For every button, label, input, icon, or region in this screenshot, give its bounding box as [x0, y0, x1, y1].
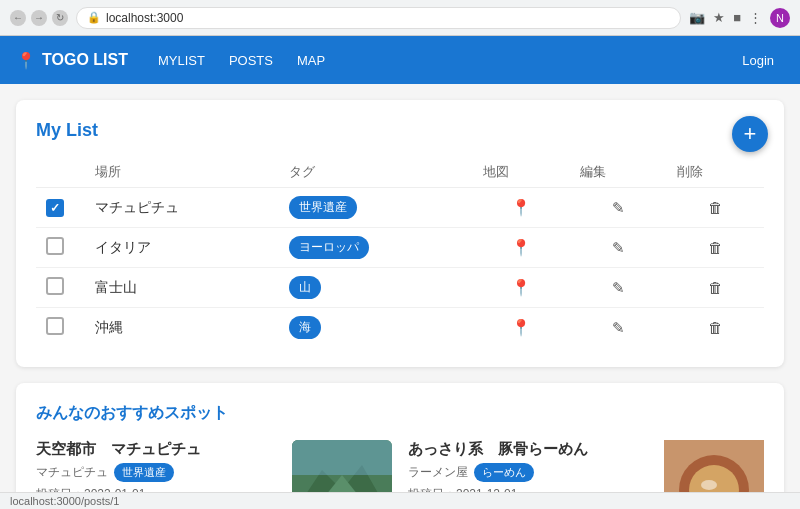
place-cell-4: 沖縄 — [85, 308, 279, 348]
col-header-check — [36, 157, 85, 188]
back-button[interactable]: ← — [10, 10, 26, 26]
post-title-1: 天空都市 マチュピチュ — [36, 440, 280, 459]
delete-icon-1[interactable]: 🗑 — [708, 199, 723, 216]
address-bar[interactable]: 🔒 localhost:3000 — [76, 7, 681, 29]
lock-icon: 🔒 — [87, 11, 101, 24]
posts-card: みんなのおすすめスポット 天空都市 マチュピチュ マチュピチュ 世界遺産 投稿日… — [16, 383, 784, 509]
post-tag-2: らーめん — [474, 463, 534, 482]
tag-2: ヨーロッパ — [289, 236, 369, 259]
edit-icon-2[interactable]: ✎ — [612, 239, 625, 256]
post-tag-1: 世界遺産 — [114, 463, 174, 482]
add-item-button[interactable]: + — [732, 116, 768, 152]
col-header-edit: 編集 — [570, 157, 667, 188]
url-text: localhost:3000 — [106, 11, 183, 25]
row-checkbox-1[interactable] — [46, 199, 64, 217]
login-button[interactable]: Login — [732, 47, 784, 74]
place-cell-2: イタリア — [85, 228, 279, 268]
place-cell-3: 富士山 — [85, 268, 279, 308]
post-place-1: マチュピチュ — [36, 464, 108, 481]
map-icon-2[interactable]: 📍 — [511, 239, 531, 256]
svg-point-8 — [701, 480, 717, 490]
status-bar: localhost:3000/posts/1 — [0, 492, 800, 509]
post-meta-1: マチュピチュ 世界遺産 — [36, 463, 280, 482]
row-checkbox-2[interactable] — [46, 237, 64, 255]
row-checkbox-4[interactable] — [46, 317, 64, 335]
location-pin-icon: 📍 — [16, 51, 36, 70]
post-meta-2: ラーメン屋 らーめん — [408, 463, 652, 482]
main-content: My List + 場所 タグ 地図 編集 削除 マチ — [0, 84, 800, 509]
mylist-title: My List — [36, 120, 764, 141]
delete-icon-2[interactable]: 🗑 — [708, 239, 723, 256]
place-cell-1: マチュピチュ — [85, 188, 279, 228]
nav-map[interactable]: MAP — [287, 47, 335, 74]
browser-chrome: ← → ↻ 🔒 localhost:3000 📷 ★ ■ ⋮ N — [0, 0, 800, 36]
reload-button[interactable]: ↻ — [52, 10, 68, 26]
browser-toolbar: 📷 ★ ■ ⋮ N — [689, 8, 790, 28]
table-row: 富士山 山 📍 ✎ 🗑 — [36, 268, 764, 308]
col-header-tag: タグ — [279, 157, 473, 188]
post-place-2: ラーメン屋 — [408, 464, 468, 481]
row-checkbox-3[interactable] — [46, 277, 64, 295]
extensions-icon: ■ — [733, 10, 741, 25]
navbar: 📍 TOGO LIST MYLIST POSTS MAP Login — [0, 36, 800, 84]
col-header-place: 場所 — [85, 157, 279, 188]
col-header-map: 地図 — [473, 157, 570, 188]
screenshot-icon: 📷 — [689, 10, 705, 25]
menu-icon: ⋮ — [749, 10, 762, 25]
edit-icon-4[interactable]: ✎ — [612, 319, 625, 336]
map-icon-4[interactable]: 📍 — [511, 319, 531, 336]
edit-icon-3[interactable]: ✎ — [612, 279, 625, 296]
map-icon-1[interactable]: 📍 — [511, 199, 531, 216]
browser-controls: ← → ↻ — [10, 10, 68, 26]
bookmark-icon: ★ — [713, 10, 725, 25]
tag-4: 海 — [289, 316, 321, 339]
svg-rect-4 — [292, 440, 392, 475]
edit-icon-1[interactable]: ✎ — [612, 199, 625, 216]
delete-icon-4[interactable]: 🗑 — [708, 319, 723, 336]
mylist-table: 場所 タグ 地図 編集 削除 マチュピチュ 世界遺産 — [36, 157, 764, 347]
tag-3: 山 — [289, 276, 321, 299]
table-row: マチュピチュ 世界遺産 📍 ✎ 🗑 — [36, 188, 764, 228]
tag-1: 世界遺産 — [289, 196, 357, 219]
table-row: イタリア ヨーロッパ 📍 ✎ 🗑 — [36, 228, 764, 268]
col-header-delete: 削除 — [667, 157, 764, 188]
post-title-2: あっさり系 豚骨らーめん — [408, 440, 652, 459]
posts-section-title: みんなのおすすめスポット — [36, 403, 764, 424]
delete-icon-3[interactable]: 🗑 — [708, 279, 723, 296]
nav-links: MYLIST POSTS MAP — [148, 47, 335, 74]
status-url: localhost:3000/posts/1 — [10, 495, 119, 507]
avatar[interactable]: N — [770, 8, 790, 28]
forward-button[interactable]: → — [31, 10, 47, 26]
map-icon-3[interactable]: 📍 — [511, 279, 531, 296]
nav-posts[interactable]: POSTS — [219, 47, 283, 74]
mylist-card: My List + 場所 タグ 地図 編集 削除 マチ — [16, 100, 784, 367]
nav-mylist[interactable]: MYLIST — [148, 47, 215, 74]
table-row: 沖縄 海 📍 ✎ 🗑 — [36, 308, 764, 348]
app-title: TOGO LIST — [42, 51, 128, 69]
nav-logo: 📍 TOGO LIST — [16, 51, 128, 70]
